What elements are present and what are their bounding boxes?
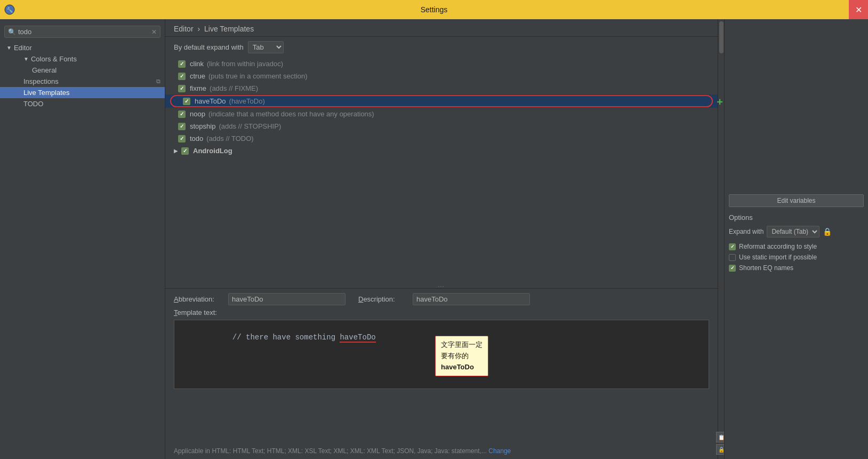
abbreviation-input[interactable]: haveToDo <box>228 293 345 305</box>
android-log-checkbox[interactable] <box>181 147 189 155</box>
clink-desc: (link from within javadoc) <box>207 60 283 68</box>
right-panel: Edit variables Options Expand with Defau… <box>724 19 868 459</box>
fixme-desc: (adds // FIXME) <box>210 84 258 92</box>
main-layout: 🔍 todo ✕ ▼ Editor ▼ Colors & Fonts Gener… <box>0 19 868 459</box>
noop-name: noop <box>190 110 205 118</box>
tooltip-line2: 要有你的 <box>441 351 483 362</box>
expand-with-options-row: Expand with Default (Tab) Tab Enter Spac… <box>729 226 864 238</box>
fixme-name: fixme <box>190 84 206 92</box>
stopship-desc: (adds // STOPSHIP) <box>219 122 281 130</box>
sidebar-item-todo-label: TODO <box>23 100 43 108</box>
sidebar-item-live-templates[interactable]: Live Templates <box>0 87 165 98</box>
reformat-label: Reformat according to style <box>739 243 817 250</box>
expand-with-select[interactable]: Tab Enter Space <box>248 41 284 53</box>
template-text-label-row: Template text: <box>174 308 709 316</box>
copy-icon: ⧉ <box>156 78 160 85</box>
noop-checkbox[interactable] <box>178 110 186 118</box>
sidebar-item-general[interactable]: General <box>0 65 165 76</box>
sidebar-item-colors-fonts-label: Colors & Fonts <box>31 55 77 63</box>
template-code-highlight: haveToDo <box>340 333 375 343</box>
sidebar-item-live-templates-label: Live Templates <box>23 89 69 97</box>
abbreviation-label: Abbreviation: <box>174 295 222 303</box>
content-header: Editor › Live Templates <box>165 19 718 37</box>
android-log-name: AndroidLog <box>193 147 232 155</box>
editor-label: Editor <box>14 44 32 52</box>
detail-panel: Abbreviation: haveToDo Description: have… <box>165 288 718 459</box>
scrollbar[interactable]: 📋 🔒 <box>718 19 724 459</box>
description-input[interactable]: haveToDo <box>413 293 530 305</box>
android-log-group[interactable]: ▶ AndroidLog <box>165 145 718 157</box>
sidebar-item-todo[interactable]: TODO <box>0 98 165 109</box>
template-item-todo[interactable]: todo (adds // TODO) <box>165 132 718 145</box>
shorten-eq-checkbox[interactable] <box>729 265 736 272</box>
reformat-checkbox[interactable] <box>729 243 736 250</box>
change-link[interactable]: Change <box>488 447 511 455</box>
clink-checkbox[interactable] <box>178 60 186 68</box>
sidebar-item-editor[interactable]: ▼ Editor <box>0 42 165 53</box>
breadcrumb: Editor › Live Templates <box>174 25 254 33</box>
tooltip-line1: 文字里面一定 <box>441 339 483 351</box>
template-code: // there have something <box>232 333 340 342</box>
haveToDo-checkbox[interactable] <box>183 98 190 105</box>
colors-fonts-arrow-icon: ▼ <box>23 56 29 62</box>
sidebar-item-inspections[interactable]: Inspections ⧉ <box>0 76 165 87</box>
tooltip-line3: haveToDo <box>441 362 483 373</box>
breadcrumb-part1: Editor <box>174 25 194 33</box>
sidebar-section-editor: ▼ Editor ▼ Colors & Fonts General Inspec… <box>0 42 165 109</box>
options-title: Options <box>729 213 864 221</box>
center-column: Editor › Live Templates By default expan… <box>165 19 718 459</box>
clink-name: clink <box>190 60 204 68</box>
applicable-row: Applicable in HTML: HTML Text; HTML; XML… <box>174 446 709 455</box>
window-title: Settings <box>421 5 448 14</box>
editor-arrow-icon: ▼ <box>6 45 12 51</box>
template-item-stopship[interactable]: stopship (adds // STOPSHIP) <box>165 120 718 132</box>
haveToDo-name: haveToDo <box>195 97 226 105</box>
haveToDo-desc: (haveToDo) <box>229 97 265 105</box>
add-button[interactable]: + <box>717 96 723 108</box>
sidebar-item-colors-fonts[interactable]: ▼ Colors & Fonts <box>0 53 165 65</box>
breadcrumb-separator: › <box>197 25 200 33</box>
applicable-text: Applicable in HTML: HTML Text; HTML; XML… <box>174 447 487 455</box>
expand-with-options-label: Expand with <box>729 228 763 235</box>
template-item-noop[interactable]: noop (indicate that a method does not ha… <box>165 108 718 120</box>
ctrue-checkbox[interactable] <box>178 73 186 80</box>
ctrue-desc: (puts true in a comment section) <box>208 72 308 80</box>
template-item-clink[interactable]: clink (link from within javadoc) <box>165 58 718 70</box>
titlebar: 🔧 Settings ✕ <box>0 0 868 19</box>
app-icon: 🔧 <box>4 4 15 15</box>
stopship-checkbox[interactable] <box>178 123 186 130</box>
static-import-label: Use static import if possible <box>739 254 817 261</box>
template-text-label: Template text: <box>174 308 217 316</box>
expand-option-row: By default expand with Tab Enter Space <box>165 37 718 58</box>
template-item-fixme[interactable]: fixme (adds // FIXME) <box>165 82 718 94</box>
expand-with-label: By default expand with <box>174 43 244 51</box>
ctrue-name: ctrue <box>190 72 205 80</box>
templates-list: clink (link from within javadoc) ctrue (… <box>165 58 718 285</box>
noop-desc: (indicate that a method does not have an… <box>208 110 374 118</box>
lock-icon: 🔒 <box>823 227 832 236</box>
fixme-checkbox[interactable] <box>178 85 186 92</box>
search-icon: 🔍 <box>8 28 16 36</box>
abbreviation-row: Abbreviation: haveToDo Description: have… <box>174 293 709 305</box>
scrollbar-thumb[interactable] <box>719 21 724 53</box>
template-item-ctrue[interactable]: ctrue (puts true in a comment section) <box>165 70 718 82</box>
todo-checkbox[interactable] <box>178 135 186 143</box>
description-label: Description: <box>358 295 406 303</box>
static-import-row: Use static import if possible <box>729 254 864 261</box>
static-import-checkbox[interactable] <box>729 254 736 261</box>
content-area: Editor › Live Templates By default expan… <box>165 19 868 459</box>
expand-with-options-select[interactable]: Default (Tab) Tab Enter Space <box>767 226 819 238</box>
reformat-row: Reformat according to style <box>729 243 864 250</box>
search-input[interactable]: todo <box>18 28 151 36</box>
sidebar: 🔍 todo ✕ ▼ Editor ▼ Colors & Fonts Gener… <box>0 19 165 459</box>
stopship-name: stopship <box>190 122 215 130</box>
close-button[interactable]: ✕ <box>849 0 868 19</box>
template-item-haveToDo[interactable]: haveToDo (haveToDo) <box>165 94 718 108</box>
edit-variables-button[interactable]: Edit variables <box>729 194 864 207</box>
android-log-arrow-icon: ▶ <box>174 148 178 154</box>
todo-name: todo <box>190 134 203 143</box>
shorten-eq-label: Shorten EQ names <box>739 264 793 272</box>
svg-text:🔧: 🔧 <box>6 6 13 13</box>
clear-search-icon[interactable]: ✕ <box>151 28 157 36</box>
todo-desc: (adds // TODO) <box>206 134 253 143</box>
